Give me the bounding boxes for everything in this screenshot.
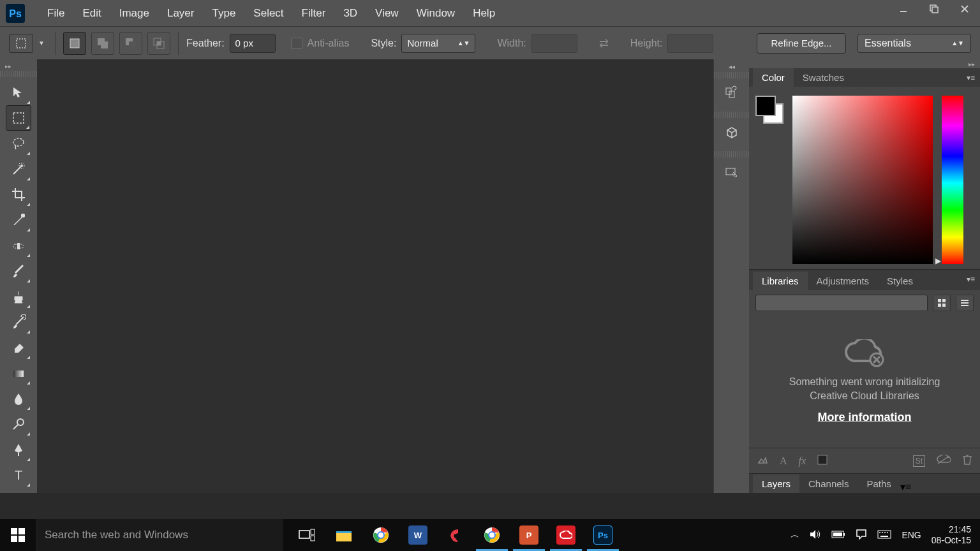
chevron-down-icon[interactable]: ▼	[38, 40, 47, 47]
stock-icon[interactable]: St	[913, 455, 925, 467]
separator	[178, 32, 179, 55]
hue-slider[interactable]: ▶	[942, 96, 963, 264]
menu-3d[interactable]: 3D	[334, 7, 366, 20]
start-button[interactable]	[0, 519, 36, 551]
add-layer-style-icon[interactable]: fx	[799, 455, 806, 467]
tab-layers[interactable]: Layers	[753, 474, 799, 493]
volume-icon[interactable]	[810, 529, 821, 541]
refine-edge-button[interactable]: Refine Edge...	[757, 33, 846, 54]
style-select[interactable]: Normal ▲▼	[401, 34, 475, 53]
panel-menu-icon[interactable]: ▾≡	[900, 481, 911, 493]
tab-color[interactable]: Color	[753, 68, 794, 87]
pen-tool[interactable]	[6, 437, 31, 462]
menu-help[interactable]: Help	[464, 7, 504, 20]
add-character-style-icon[interactable]: A	[780, 455, 787, 467]
powerpoint-app[interactable]: P	[510, 519, 547, 551]
panel-grip[interactable]	[714, 72, 749, 78]
list-view-button[interactable]	[956, 295, 974, 311]
library-select[interactable]	[755, 295, 928, 311]
chrome-app-2[interactable]	[473, 519, 510, 551]
minimize-button[interactable]	[888, 0, 919, 18]
blur-tool[interactable]	[6, 386, 31, 411]
language-indicator[interactable]: ENG	[902, 530, 921, 540]
tab-paths[interactable]: Paths	[858, 474, 900, 493]
menu-image[interactable]: Image	[110, 7, 158, 20]
tab-adjustments[interactable]: Adjustments	[808, 272, 879, 290]
menu-select[interactable]: Select	[244, 7, 292, 20]
expand-toolbar-icon[interactable]: ▸▸	[0, 62, 37, 71]
action-center-icon[interactable]	[856, 529, 867, 542]
keyboard-icon[interactable]	[877, 530, 891, 541]
menu-type[interactable]: Type	[203, 7, 244, 20]
eyedropper-tool[interactable]	[6, 207, 31, 233]
dodge-tool[interactable]	[6, 411, 31, 437]
workspace-select[interactable]: Essentials ▲▼	[858, 34, 971, 53]
magic-wand-tool[interactable]	[6, 156, 31, 182]
panel-menu-icon[interactable]: ▾≡	[967, 73, 975, 82]
history-brush-tool[interactable]	[6, 309, 31, 335]
tray-overflow-icon[interactable]: ︿	[791, 529, 799, 541]
svg-rect-49	[833, 533, 842, 536]
collapse-panels-icon[interactable]: ▸▸	[749, 59, 980, 68]
menu-view[interactable]: View	[366, 7, 408, 20]
marquee-tool[interactable]	[6, 105, 31, 131]
selection-new-button[interactable]	[63, 32, 86, 55]
chrome-app[interactable]	[362, 519, 399, 551]
panel-menu-icon[interactable]: ▾≡	[967, 275, 975, 284]
crop-tool[interactable]	[6, 182, 31, 207]
color-field[interactable]	[792, 96, 933, 264]
error-text-2: Creative Cloud Libraries	[810, 390, 919, 402]
selection-add-button[interactable]	[91, 32, 114, 55]
ccleaner-app[interactable]	[436, 519, 473, 551]
gradient-tool[interactable]	[6, 360, 31, 386]
file-explorer-app[interactable]	[325, 519, 362, 551]
menu-file[interactable]: File	[38, 7, 73, 20]
creative-cloud-app[interactable]	[547, 519, 584, 551]
tab-libraries[interactable]: Libraries	[753, 272, 808, 290]
healing-brush-tool[interactable]	[6, 233, 31, 258]
type-tool[interactable]: T	[6, 462, 31, 488]
fg-bg-swatches[interactable]	[755, 96, 783, 124]
selection-intersect-button[interactable]	[147, 32, 170, 55]
word-app[interactable]: W	[399, 519, 436, 551]
add-color-icon[interactable]	[817, 455, 828, 467]
collapse-icon[interactable]: ◂◂	[714, 62, 749, 71]
photoshop-app[interactable]: Ps	[584, 519, 621, 551]
selection-subtract-button[interactable]	[119, 32, 142, 55]
3d-panel-icon[interactable]	[721, 122, 743, 143]
clone-stamp-tool[interactable]	[6, 284, 31, 309]
task-view-button[interactable]	[288, 519, 325, 551]
add-graphic-icon[interactable]	[757, 454, 768, 468]
taskbar-search[interactable]: Search the web and Windows	[36, 519, 283, 551]
brush-tool[interactable]	[6, 258, 31, 284]
grid-view-button[interactable]	[933, 295, 951, 311]
panel-grip[interactable]	[714, 151, 749, 158]
menu-window[interactable]: Window	[408, 7, 464, 20]
measurement-panel-icon[interactable]	[721, 161, 743, 183]
more-information-link[interactable]: More information	[818, 411, 912, 424]
tab-swatches[interactable]: Swatches	[794, 68, 853, 87]
maximize-button[interactable]	[919, 0, 949, 18]
menu-edit[interactable]: Edit	[73, 7, 110, 20]
sync-off-icon[interactable]	[937, 455, 951, 467]
move-tool[interactable]	[6, 80, 31, 105]
svg-point-53	[879, 532, 880, 533]
eraser-tool[interactable]	[6, 335, 31, 360]
close-button[interactable]	[949, 0, 980, 18]
menu-layer[interactable]: Layer	[158, 7, 204, 20]
panel-grip[interactable]	[714, 112, 749, 118]
history-panel-icon[interactable]	[721, 82, 743, 104]
battery-icon[interactable]	[831, 530, 845, 540]
lasso-tool[interactable]	[6, 131, 31, 156]
taskbar-clock[interactable]: 21:45 08-Oct-15	[932, 524, 971, 546]
tools-panel: ▸▸ T	[0, 59, 37, 493]
feather-input[interactable]	[230, 34, 276, 53]
libraries-error: Something went wrong initializing Creati…	[749, 316, 980, 448]
tool-preset-picker[interactable]	[9, 34, 33, 53]
menu-filter[interactable]: Filter	[293, 7, 335, 20]
tab-channels[interactable]: Channels	[799, 474, 858, 493]
delete-icon[interactable]	[962, 454, 972, 468]
tab-styles[interactable]: Styles	[878, 272, 922, 290]
panel-grip[interactable]	[0, 71, 37, 77]
foreground-color-swatch[interactable]	[755, 96, 776, 116]
